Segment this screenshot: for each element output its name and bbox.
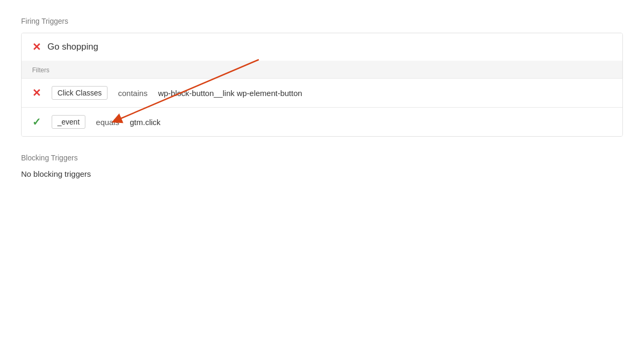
filter-1-status-icon: ✕ (32, 88, 41, 98)
no-blocking-message: No blocking triggers (21, 169, 623, 178)
filter-1-value: wp-block-button__link wp-element-button (158, 89, 302, 98)
firing-triggers-section: Firing Triggers ✕ Go shopping Filters ✕ … (21, 17, 623, 137)
filter-row-1: ✕ Click Classes contains wp-block-button… (22, 78, 622, 107)
filters-section: Filters (22, 61, 622, 78)
filter-1-operator: contains (118, 89, 148, 98)
filter-2-operator: equals (96, 118, 119, 127)
trigger-card: ✕ Go shopping Filters ✕ Click Classes co… (21, 33, 623, 137)
filter-2-value: gtm.click (130, 118, 160, 127)
blocking-triggers-title: Blocking Triggers (21, 154, 623, 162)
filter-2-variable[interactable]: _event (52, 115, 85, 129)
firing-triggers-title: Firing Triggers (21, 17, 623, 25)
blocking-triggers-section: Blocking Triggers No blocking triggers (21, 154, 623, 178)
filter-1-variable[interactable]: Click Classes (52, 86, 108, 100)
trigger-header: ✕ Go shopping (22, 33, 622, 61)
filters-label: Filters (32, 66, 50, 74)
trigger-name: Go shopping (47, 42, 98, 52)
filter-row-2: ✓ _event equals gtm.click (22, 107, 622, 136)
filter-2-status-icon: ✓ (32, 117, 41, 127)
remove-trigger-icon[interactable]: ✕ (32, 42, 41, 52)
